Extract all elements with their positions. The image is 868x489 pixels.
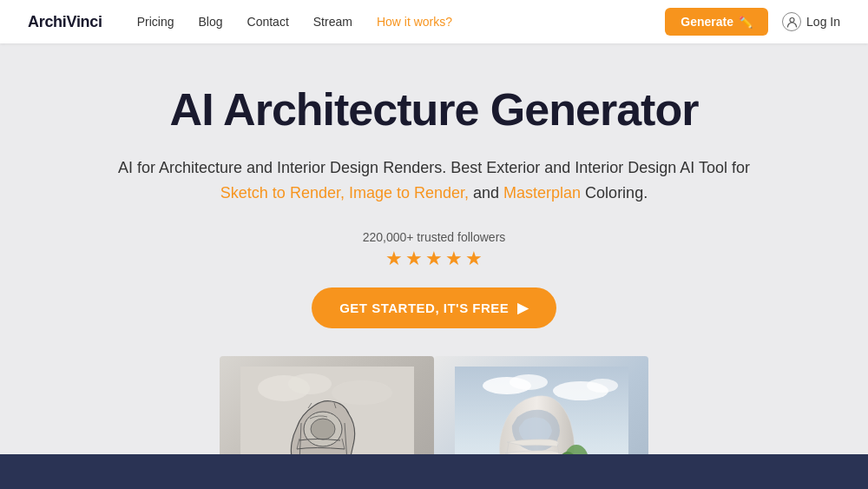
hero-title: AI Architecture Generator <box>17 85 851 135</box>
svg-point-4 <box>332 380 392 405</box>
subtitle-highlight2: Masterplan <box>503 184 581 202</box>
svg-point-12 <box>510 374 548 390</box>
svg-point-0 <box>790 17 794 22</box>
navbar: ArchiVinci Pricing Blog Contact Stream H… <box>0 0 868 43</box>
user-icon <box>782 12 801 31</box>
subtitle-highlight1: Sketch to Render, Image to Render, <box>220 184 469 202</box>
star-5: ★ <box>465 248 483 270</box>
nav-right: Generate ✏️ Log In <box>665 8 840 36</box>
star-rating: ★ ★ ★ ★ ★ <box>385 248 483 270</box>
star-4: ★ <box>445 248 463 270</box>
nav-how-it-works[interactable]: How it works? <box>377 15 452 29</box>
hero-section: AI Architecture Generator AI for Archite… <box>0 43 868 489</box>
brand-logo[interactable]: ArchiVinci <box>28 13 102 31</box>
nav-contact[interactable]: Contact <box>247 15 289 29</box>
nav-pricing[interactable]: Pricing <box>137 15 174 29</box>
hero-subtitle: AI for Architecture and Interior Design … <box>104 155 764 206</box>
login-button[interactable]: Log In <box>782 12 840 31</box>
star-3: ★ <box>425 248 443 270</box>
bottom-bar <box>0 454 868 489</box>
subtitle-part2: and <box>469 184 503 202</box>
svg-point-3 <box>288 373 332 394</box>
cta-button[interactable]: GET STARTED, IT'S FREE ▶ <box>312 287 556 328</box>
login-label: Log In <box>806 15 840 29</box>
generate-label: Generate <box>681 15 733 29</box>
subtitle-part1: AI for Architecture and Interior Design … <box>118 159 750 176</box>
subtitle-part3: Coloring. <box>581 184 648 202</box>
followers-section: 220,000+ trusted followers ★ ★ ★ ★ ★ <box>17 230 851 270</box>
pencil-icon: ✏️ <box>739 16 753 29</box>
svg-point-14 <box>587 379 618 393</box>
star-1: ★ <box>385 248 403 270</box>
star-2: ★ <box>405 248 423 270</box>
cta-label: GET STARTED, IT'S FREE <box>339 301 509 315</box>
nav-links: Pricing Blog Contact Stream How it works… <box>137 15 666 29</box>
nav-stream[interactable]: Stream <box>313 15 352 29</box>
svg-point-7 <box>311 419 335 439</box>
generate-button[interactable]: Generate ✏️ <box>665 8 768 36</box>
arrow-icon: ▶ <box>517 300 529 316</box>
nav-blog[interactable]: Blog <box>199 15 223 29</box>
followers-text: 220,000+ trusted followers <box>363 230 506 244</box>
